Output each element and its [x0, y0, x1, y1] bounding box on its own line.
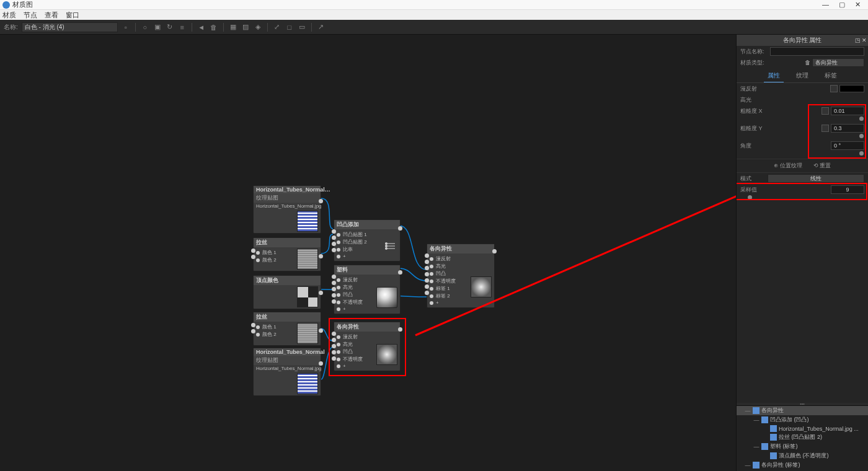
ungroup-icon[interactable]: ▨ — [241, 23, 250, 32]
tree-row[interactable]: 拉丝 (凹凸贴图 2) — [737, 433, 868, 442]
node-header: 顶点颜色 — [254, 276, 321, 285]
property-tabs: 属性 纹理 标签 — [737, 69, 868, 83]
angle-input[interactable] — [831, 141, 864, 150]
list-icon[interactable]: ≡ — [178, 23, 187, 32]
tree-row[interactable]: —各向异性 (标签) — [737, 460, 868, 470]
tree-label: Horizontal_Tubes_Normal.jpg ... — [779, 426, 859, 432]
maximize-button[interactable]: ▢ — [839, 1, 845, 9]
tree-row[interactable]: —塑料 (标签) — [737, 442, 868, 451]
tree-label: 拉丝 (凹凸贴图 2) — [779, 433, 822, 441]
node-header: 各向异性 — [427, 244, 494, 253]
window-title: 材质图 — [12, 0, 822, 9]
angle-label: 角度 — [740, 142, 768, 150]
sample-label: 采样值 — [740, 186, 768, 194]
tree-label: 凹凸添加 (凹凸) — [770, 416, 809, 424]
angle-slider[interactable] — [769, 152, 864, 155]
node-anisotropic-2[interactable]: 各向异性 漫反射 高光 凹凸 不透明度 + — [334, 322, 401, 371]
tree-label: 各向异性 (标签) — [761, 461, 800, 469]
refresh-icon[interactable]: ↻ — [166, 23, 174, 32]
roughness-y-slider[interactable] — [769, 135, 864, 138]
node-header: 拉丝 — [254, 238, 321, 247]
panel-close-icon[interactable]: ✕ — [862, 37, 867, 43]
position-texture-button[interactable]: ⊕ 位置纹理 — [774, 162, 802, 170]
menu-node[interactable]: 节点 — [24, 11, 37, 20]
node-subheader: 纹理贴图 — [254, 193, 321, 203]
group-icon[interactable]: ▦ — [229, 23, 237, 32]
node-header: Horizontal_Tubes_Normal… — [254, 186, 321, 193]
sample-input[interactable] — [831, 185, 864, 194]
expand-icon[interactable]: ⤢ — [273, 23, 281, 32]
node-canvas[interactable]: Horizontal_Tubes_Normal… 纹理贴图 Horizontal… — [0, 35, 736, 471]
search-icon[interactable]: ○ — [141, 23, 149, 32]
properties-panel: 各向异性 属性 ◳ ✕ 节点名称: 材质类型: 🗑 各向异性 — [736, 35, 868, 471]
brush-thumbnail — [297, 249, 318, 270]
material-type-label: 材质类型: — [740, 59, 768, 67]
panel-popout-icon[interactable]: ◳ — [855, 37, 861, 43]
tree-row[interactable]: 顶点颜色 (不透明度) — [737, 451, 868, 460]
tree-toggle[interactable]: — — [753, 444, 760, 450]
mode-label: 模式 — [740, 175, 768, 183]
tree-toggle[interactable]: — — [753, 417, 760, 423]
node-plastic[interactable]: 塑料 漫反射 高光 凹凸 不透明度 + — [334, 265, 401, 314]
diffuse-color[interactable] — [839, 85, 864, 92]
node-header: 拉丝 — [254, 312, 321, 322]
save-icon[interactable]: ▫ — [122, 23, 130, 32]
fit-icon[interactable]: ▣ — [153, 23, 162, 32]
box-icon[interactable]: □ — [285, 23, 294, 32]
node-filename: Horizontal_Tubes_Normal.jpg — [254, 365, 321, 372]
material-name-input[interactable] — [22, 22, 118, 32]
node-name-label: 节点名称: — [740, 48, 768, 56]
checker-thumbnail — [297, 286, 318, 307]
menu-view[interactable]: 查看 — [45, 11, 58, 20]
brush-thumbnail — [297, 323, 318, 344]
name-label: 名称: — [4, 23, 18, 32]
reset-button[interactable]: ⟲ 重置 — [813, 162, 831, 170]
minimize-button[interactable]: — — [822, 1, 829, 9]
mode-dropdown[interactable]: 线性 — [768, 174, 864, 183]
node-icon[interactable]: ◈ — [254, 23, 262, 32]
tab-properties[interactable]: 属性 — [764, 69, 784, 82]
tree-row[interactable]: —凹凸添加 (凹凸) — [737, 415, 868, 425]
delete-icon[interactable]: 🗑 — [210, 23, 218, 32]
texture-swatch[interactable] — [822, 125, 829, 132]
texture-swatch[interactable] — [830, 85, 838, 92]
roughness-x-slider[interactable] — [769, 118, 864, 120]
sphere-thumbnail — [471, 276, 492, 297]
node-filename: Horizontal_Tubes_Normal.jpg — [254, 203, 321, 209]
node-bump-add[interactable]: 凹凸添加 凹凸贴图 1 凹凸贴图 2 比率 + — [334, 219, 401, 262]
node-texture-1[interactable]: Horizontal_Tubes_Normal… 纹理贴图 Horizontal… — [253, 185, 321, 234]
roughness-y-label: 粗糙度 Y — [740, 125, 768, 133]
roughness-y-input[interactable] — [831, 124, 864, 133]
layout-icon[interactable]: ▭ — [298, 23, 306, 32]
tree-row[interactable]: —各向异性 — [737, 406, 868, 415]
sphere-thumbnail — [376, 344, 397, 365]
close-button[interactable]: ✕ — [855, 1, 861, 9]
node-subheader: 纹理贴图 — [254, 356, 321, 365]
node-vertex-color[interactable]: 顶点颜色 — [253, 275, 321, 309]
share-icon[interactable]: ↗ — [317, 23, 326, 32]
tree-label: 顶点颜色 (不透明度) — [779, 452, 829, 460]
texture-thumbnail — [297, 211, 318, 232]
material-icon — [761, 443, 768, 450]
panel-titlebar: 各向异性 属性 ◳ ✕ — [737, 35, 868, 46]
roughness-x-input[interactable] — [831, 107, 864, 115]
tree-toggle[interactable]: — — [745, 408, 751, 414]
menu-window[interactable]: 窗口 — [66, 11, 79, 20]
node-brush-1[interactable]: 拉丝 颜色 1 颜色 2 — [253, 237, 321, 271]
texture-swatch[interactable] — [822, 107, 829, 115]
material-type-dropdown[interactable]: 各向异性 — [812, 58, 864, 67]
back-icon[interactable]: ◄ — [197, 23, 206, 32]
tab-texture[interactable]: 纹理 — [792, 69, 812, 82]
node-brush-2[interactable]: 拉丝 颜色 1 颜色 2 — [253, 312, 321, 346]
tree-toggle[interactable]: — — [745, 462, 751, 469]
sample-slider[interactable] — [740, 196, 864, 199]
material-icon — [770, 434, 777, 441]
tree-row[interactable]: Horizontal_Tubes_Normal.jpg ... — [737, 425, 868, 433]
tab-label[interactable]: 标签 — [821, 69, 841, 82]
node-name-input[interactable] — [770, 47, 864, 56]
menu-material[interactable]: 材质 — [2, 11, 16, 20]
material-icon — [753, 407, 760, 414]
node-anisotropic-main[interactable]: 各向异性 漫反射 高光 凹凸 不透明度 标签 1 标签 2 + — [427, 244, 495, 308]
delete-icon[interactable]: 🗑 — [805, 59, 810, 66]
node-texture-2[interactable]: Horizontal_Tubes_Normal 纹理贴图 Horizontal_… — [253, 348, 321, 396]
